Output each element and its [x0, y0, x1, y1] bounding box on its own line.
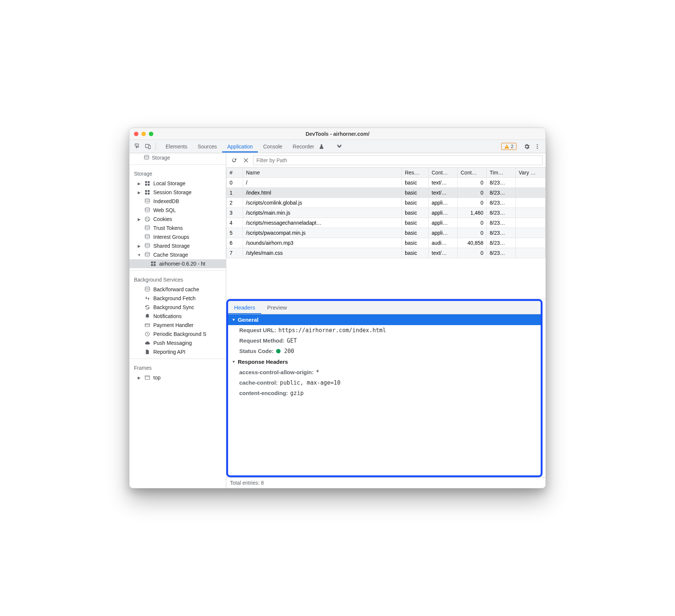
db-icon: [144, 234, 150, 240]
panel-tab-sources[interactable]: Sources: [192, 141, 222, 153]
device-toolbar-icon[interactable]: [143, 141, 153, 152]
cell: 8/23…: [487, 248, 516, 258]
sidebar-item-label: Notifications: [153, 313, 182, 319]
sidebar-item-back-forward-cache[interactable]: Back/forward cache: [129, 285, 226, 294]
table-row[interactable]: 7/styles/main.cssbasictext/…08/23…: [227, 248, 546, 258]
cell: basic: [402, 218, 429, 228]
card-icon: [144, 322, 150, 328]
cell: text/…: [429, 188, 458, 198]
column-header[interactable]: Cont…: [458, 168, 487, 178]
detail-tab-preview[interactable]: Preview: [261, 301, 293, 314]
cell: 6: [227, 238, 243, 248]
panel-tab-elements[interactable]: Elements: [160, 141, 192, 153]
cell: 5: [227, 228, 243, 238]
disclosure-triangle-icon[interactable]: ▶: [137, 182, 141, 186]
filter-input[interactable]: [253, 155, 543, 165]
cell: 8/23…: [487, 238, 516, 248]
sidebar-item-label: IndexedDB: [153, 198, 179, 204]
table-row[interactable]: 2/scripts/comlink.global.jsbasicappli…08…: [227, 198, 546, 208]
sidebar-item-shared-storage[interactable]: ▶Shared Storage: [129, 241, 226, 250]
table-row[interactable]: 6/sounds/airhorn.mp3basicaudi…40,8588/23…: [227, 238, 546, 248]
header-key: Status Code:: [239, 348, 274, 354]
disclosure-triangle-icon[interactable]: ▶: [137, 217, 141, 221]
sidebar-item-storage-peek[interactable]: Storage: [129, 153, 226, 162]
sidebar-item-label: Back/forward cache: [153, 286, 199, 292]
column-header[interactable]: Res…: [402, 168, 429, 178]
sidebar-item-cache-storage[interactable]: ▼Cache Storage: [129, 250, 226, 259]
db-icon: [144, 207, 150, 213]
sidebar-item-frame-top[interactable]: ▶ top: [129, 373, 226, 382]
sidebar-item-interest-groups[interactable]: Interest Groups: [129, 232, 226, 241]
cache-storage-entry[interactable]: airhorner-0.6.20 - ht: [129, 259, 226, 268]
cell: 0: [458, 198, 487, 208]
divider: [129, 359, 226, 359]
cache-entry-label: airhorner-0.6.20 - ht: [159, 261, 205, 267]
table-row[interactable]: 5/scripts/pwacompat.min.jsbasicappli…08/…: [227, 228, 546, 238]
grid-icon: [150, 261, 156, 267]
more-tabs-icon[interactable]: [334, 141, 345, 152]
cell: 8/23…: [487, 208, 516, 218]
disclosure-triangle-icon: ▼: [232, 318, 236, 322]
column-header[interactable]: Name: [243, 168, 402, 178]
panel-tab-recorder[interactable]: Recorder: [288, 141, 320, 153]
sidebar-item-notifications[interactable]: Notifications: [129, 312, 226, 321]
sidebar-item-trust-tokens[interactable]: Trust Tokens: [129, 224, 226, 232]
disclosure-triangle-icon[interactable]: ▼: [137, 253, 141, 257]
panel-tab-console[interactable]: Console: [258, 141, 287, 153]
sidebar-item-reporting-api[interactable]: Reporting API: [129, 347, 226, 356]
table-row[interactable]: 1/index.htmlbasictext/…08/23…: [227, 188, 546, 198]
svg-rect-35: [145, 376, 150, 379]
svg-rect-30: [154, 264, 156, 266]
cell: 8/23…: [487, 198, 516, 208]
sidebar-item-label: Push Messaging: [153, 340, 192, 346]
settings-gear-icon[interactable]: [522, 141, 532, 152]
svg-rect-8: [145, 181, 147, 183]
sidebar-item-cookies[interactable]: ▶Cookies: [129, 215, 226, 224]
cell: text/…: [429, 178, 458, 188]
svg-rect-3: [506, 147, 507, 148]
sidebar-item-indexeddb[interactable]: IndexedDB: [129, 197, 226, 206]
recorder-flask-icon[interactable]: [316, 141, 327, 152]
sidebar-item-web-sql[interactable]: Web SQL: [129, 206, 226, 215]
cell: 0: [458, 248, 487, 258]
sidebar-item-background-fetch[interactable]: Background Fetch: [129, 294, 226, 303]
disclosure-triangle-icon[interactable]: ▶: [137, 376, 141, 380]
detail-tab-headers[interactable]: Headers: [228, 301, 261, 314]
table-row[interactable]: 3/scripts/main.min.jsbasicappli…1,4608/2…: [227, 208, 546, 218]
cell: basic: [402, 208, 429, 218]
cell: 2: [227, 198, 243, 208]
sidebar-item-payment-handler[interactable]: Payment Handler: [129, 321, 226, 330]
column-header[interactable]: Cont…: [429, 168, 458, 178]
inspect-element-icon[interactable]: [132, 141, 143, 152]
header-key: Request Method:: [239, 337, 285, 344]
sidebar-item-background-sync[interactable]: Background Sync: [129, 303, 226, 312]
svg-point-26: [145, 252, 150, 254]
table-row[interactable]: 4/scripts/messagechanneladapt…basicappli…: [227, 218, 546, 228]
disclosure-triangle-icon[interactable]: ▶: [137, 244, 141, 248]
workspace: Storage Storage ▶Local Storage▶Session S…: [129, 153, 546, 488]
cloud-icon: [144, 340, 150, 346]
kebab-menu-icon[interactable]: [532, 141, 543, 152]
cell: basic: [402, 178, 429, 188]
panel-tabs: ElementsSourcesApplicationConsoleRecorde…: [160, 141, 319, 153]
column-header[interactable]: Tim…: [487, 168, 516, 178]
section-title: General: [238, 317, 259, 323]
column-header[interactable]: Vary …: [516, 168, 546, 178]
warnings-badge[interactable]: 2: [501, 143, 516, 150]
sidebar-item-local-storage[interactable]: ▶Local Storage: [129, 179, 226, 188]
panel-tab-application[interactable]: Application: [222, 141, 258, 153]
db-icon: [144, 252, 150, 258]
clear-button[interactable]: [241, 155, 251, 165]
sidebar-item-periodic-background-s[interactable]: Periodic Background S: [129, 330, 226, 339]
refresh-button[interactable]: [229, 155, 239, 165]
section-response-headers[interactable]: ▼ Response Headers: [228, 356, 541, 367]
disclosure-triangle-icon[interactable]: ▶: [137, 190, 141, 195]
sidebar-item-session-storage[interactable]: ▶Session Storage: [129, 188, 226, 197]
sidebar-item-push-messaging[interactable]: Push Messaging: [129, 339, 226, 347]
svg-point-20: [148, 218, 148, 219]
column-header[interactable]: #: [227, 168, 243, 178]
table-row[interactable]: 0/basictext/…08/23…: [227, 178, 546, 188]
clock-icon: [144, 331, 150, 337]
section-general[interactable]: ▼ General: [228, 314, 541, 325]
svg-rect-14: [145, 193, 147, 195]
